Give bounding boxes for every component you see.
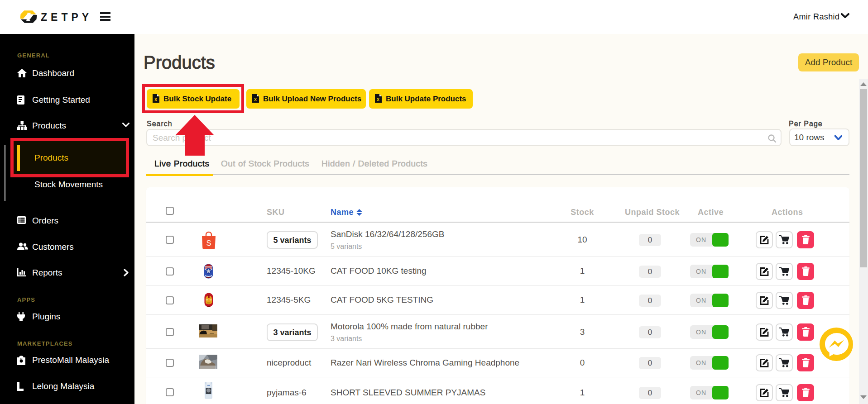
svg-text:x: x (377, 97, 379, 102)
svg-text:x: x (254, 97, 257, 102)
svg-text:x: x (154, 97, 157, 102)
svg-text:S: S (206, 239, 211, 247)
